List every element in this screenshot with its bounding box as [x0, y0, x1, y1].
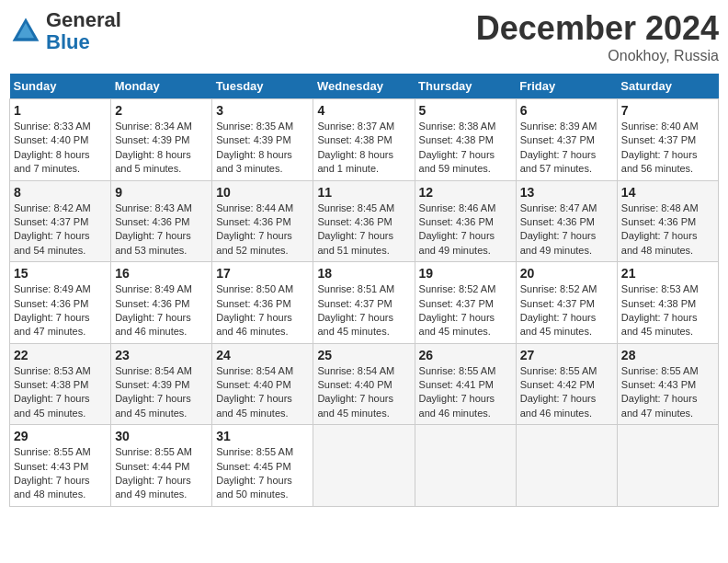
calendar-cell: [415, 425, 516, 507]
day-number: 12: [419, 185, 512, 200]
day-detail: Sunrise: 8:55 AM Sunset: 4:43 PM Dayligh…: [621, 364, 714, 421]
day-header-friday: Friday: [516, 74, 617, 99]
day-number: 27: [520, 348, 613, 362]
calendar-cell: 13Sunrise: 8:47 AM Sunset: 4:36 PM Dayli…: [516, 180, 617, 262]
day-header-thursday: Thursday: [415, 74, 516, 99]
day-number: 25: [317, 348, 410, 362]
day-detail: Sunrise: 8:47 AM Sunset: 4:36 PM Dayligh…: [520, 201, 613, 259]
location: Onokhoy, Russia: [476, 48, 719, 64]
day-header-wednesday: Wednesday: [313, 74, 415, 99]
day-detail: Sunrise: 8:55 AM Sunset: 4:44 PM Dayligh…: [115, 445, 208, 502]
day-number: 20: [520, 266, 613, 281]
day-number: 4: [317, 103, 410, 118]
day-detail: Sunrise: 8:54 AM Sunset: 4:39 PM Dayligh…: [115, 364, 208, 421]
calendar-cell: [516, 425, 617, 507]
calendar-cell: 1Sunrise: 8:33 AM Sunset: 4:40 PM Daylig…: [10, 99, 111, 181]
day-detail: Sunrise: 8:33 AM Sunset: 4:40 PM Dayligh…: [14, 120, 107, 177]
day-number: 30: [115, 429, 208, 443]
day-header-tuesday: Tuesday: [212, 74, 313, 99]
day-header-monday: Monday: [111, 74, 212, 99]
calendar-week-5: 29Sunrise: 8:55 AM Sunset: 4:43 PM Dayli…: [10, 425, 719, 507]
calendar-cell: 10Sunrise: 8:44 AM Sunset: 4:36 PM Dayli…: [212, 180, 313, 262]
day-detail: Sunrise: 8:52 AM Sunset: 4:37 PM Dayligh…: [419, 282, 512, 339]
day-detail: Sunrise: 8:37 AM Sunset: 4:38 PM Dayligh…: [317, 120, 410, 177]
day-number: 29: [14, 429, 107, 443]
day-number: 3: [216, 103, 309, 118]
calendar-cell: 9Sunrise: 8:43 AM Sunset: 4:36 PM Daylig…: [111, 180, 212, 262]
logo-line2: Blue: [46, 30, 90, 53]
calendar-cell: 15Sunrise: 8:49 AM Sunset: 4:36 PM Dayli…: [10, 262, 111, 344]
day-number: 5: [419, 103, 512, 118]
calendar-cell: 24Sunrise: 8:54 AM Sunset: 4:40 PM Dayli…: [212, 343, 313, 425]
day-number: 23: [115, 348, 208, 362]
day-number: 24: [216, 348, 309, 362]
calendar-cell: 12Sunrise: 8:46 AM Sunset: 4:36 PM Dayli…: [415, 180, 516, 262]
month-title: December 2024: [476, 9, 719, 48]
day-detail: Sunrise: 8:44 AM Sunset: 4:36 PM Dayligh…: [216, 201, 309, 259]
day-number: 14: [621, 185, 714, 200]
calendar-cell: 5Sunrise: 8:38 AM Sunset: 4:38 PM Daylig…: [415, 99, 516, 181]
calendar-cell: 19Sunrise: 8:52 AM Sunset: 4:37 PM Dayli…: [415, 262, 516, 344]
day-detail: Sunrise: 8:48 AM Sunset: 4:36 PM Dayligh…: [621, 201, 714, 259]
day-number: 2: [115, 103, 208, 118]
calendar-cell: 6Sunrise: 8:39 AM Sunset: 4:37 PM Daylig…: [516, 99, 617, 181]
day-number: 16: [115, 266, 208, 281]
day-number: 11: [317, 185, 410, 200]
day-detail: Sunrise: 8:38 AM Sunset: 4:38 PM Dayligh…: [419, 120, 512, 177]
logo-text: General Blue: [46, 9, 121, 53]
day-number: 22: [14, 348, 107, 362]
day-detail: Sunrise: 8:55 AM Sunset: 4:42 PM Dayligh…: [520, 364, 613, 421]
calendar-cell: 30Sunrise: 8:55 AM Sunset: 4:44 PM Dayli…: [111, 425, 212, 507]
calendar-cell: 2Sunrise: 8:34 AM Sunset: 4:39 PM Daylig…: [111, 99, 212, 181]
calendar-cell: 31Sunrise: 8:55 AM Sunset: 4:45 PM Dayli…: [212, 425, 313, 507]
calendar-cell: 27Sunrise: 8:55 AM Sunset: 4:42 PM Dayli…: [516, 343, 617, 425]
day-detail: Sunrise: 8:55 AM Sunset: 4:45 PM Dayligh…: [216, 445, 309, 502]
calendar-cell: 8Sunrise: 8:42 AM Sunset: 4:37 PM Daylig…: [10, 180, 111, 262]
day-header-sunday: Sunday: [10, 74, 111, 99]
day-number: 21: [621, 266, 714, 281]
calendar-cell: 20Sunrise: 8:52 AM Sunset: 4:37 PM Dayli…: [516, 262, 617, 344]
calendar-cell: 18Sunrise: 8:51 AM Sunset: 4:37 PM Dayli…: [313, 262, 415, 344]
calendar-cell: 3Sunrise: 8:35 AM Sunset: 4:39 PM Daylig…: [212, 99, 313, 181]
day-detail: Sunrise: 8:54 AM Sunset: 4:40 PM Dayligh…: [317, 364, 410, 421]
day-number: 15: [14, 266, 107, 281]
day-number: 7: [621, 103, 714, 118]
day-number: 17: [216, 266, 309, 281]
day-detail: Sunrise: 8:34 AM Sunset: 4:39 PM Dayligh…: [115, 120, 208, 177]
calendar-cell: 22Sunrise: 8:53 AM Sunset: 4:38 PM Dayli…: [10, 343, 111, 425]
title-block: December 2024 Onokhoy, Russia: [476, 9, 719, 64]
day-detail: Sunrise: 8:42 AM Sunset: 4:37 PM Dayligh…: [14, 201, 107, 259]
day-number: 19: [419, 266, 512, 281]
day-number: 9: [115, 185, 208, 200]
calendar-cell: 29Sunrise: 8:55 AM Sunset: 4:43 PM Dayli…: [10, 425, 111, 507]
day-detail: Sunrise: 8:43 AM Sunset: 4:36 PM Dayligh…: [115, 201, 208, 259]
calendar-week-3: 15Sunrise: 8:49 AM Sunset: 4:36 PM Dayli…: [10, 262, 719, 344]
calendar-cell: 11Sunrise: 8:45 AM Sunset: 4:36 PM Dayli…: [313, 180, 415, 262]
calendar-header-row: SundayMondayTuesdayWednesdayThursdayFrid…: [10, 74, 719, 99]
day-detail: Sunrise: 8:51 AM Sunset: 4:37 PM Dayligh…: [317, 282, 410, 339]
calendar-cell: 28Sunrise: 8:55 AM Sunset: 4:43 PM Dayli…: [617, 343, 718, 425]
day-number: 6: [520, 103, 613, 118]
day-number: 26: [419, 348, 512, 362]
day-header-saturday: Saturday: [617, 74, 718, 99]
day-detail: Sunrise: 8:49 AM Sunset: 4:36 PM Dayligh…: [14, 282, 107, 339]
day-number: 28: [621, 348, 714, 362]
logo-icon: [9, 15, 42, 48]
day-number: 8: [14, 185, 107, 200]
day-number: 1: [14, 103, 107, 118]
calendar-cell: 23Sunrise: 8:54 AM Sunset: 4:39 PM Dayli…: [111, 343, 212, 425]
calendar-cell: 16Sunrise: 8:49 AM Sunset: 4:36 PM Dayli…: [111, 262, 212, 344]
day-detail: Sunrise: 8:45 AM Sunset: 4:36 PM Dayligh…: [317, 201, 410, 259]
calendar-cell: 14Sunrise: 8:48 AM Sunset: 4:36 PM Dayli…: [617, 180, 718, 262]
logo: General Blue: [9, 9, 121, 53]
day-detail: Sunrise: 8:40 AM Sunset: 4:37 PM Dayligh…: [621, 120, 714, 177]
calendar-cell: 21Sunrise: 8:53 AM Sunset: 4:38 PM Dayli…: [617, 262, 718, 344]
day-detail: Sunrise: 8:39 AM Sunset: 4:37 PM Dayligh…: [520, 120, 613, 177]
calendar-week-2: 8Sunrise: 8:42 AM Sunset: 4:37 PM Daylig…: [10, 180, 719, 262]
calendar-cell: 25Sunrise: 8:54 AM Sunset: 4:40 PM Dayli…: [313, 343, 415, 425]
day-detail: Sunrise: 8:46 AM Sunset: 4:36 PM Dayligh…: [419, 201, 512, 259]
calendar-week-4: 22Sunrise: 8:53 AM Sunset: 4:38 PM Dayli…: [10, 343, 719, 425]
day-detail: Sunrise: 8:35 AM Sunset: 4:39 PM Dayligh…: [216, 120, 309, 177]
calendar-cell: 4Sunrise: 8:37 AM Sunset: 4:38 PM Daylig…: [313, 99, 415, 181]
day-detail: Sunrise: 8:49 AM Sunset: 4:36 PM Dayligh…: [115, 282, 208, 339]
